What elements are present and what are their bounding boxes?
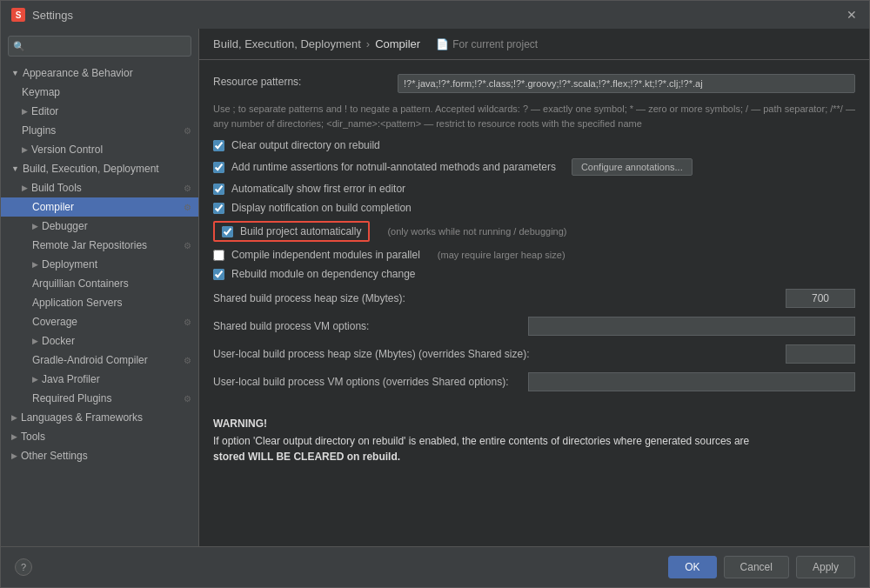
gear-icon: ⚙ [184,241,191,251]
user-vm-row: User-local build process VM options (ove… [213,372,855,391]
chevron-down-icon: ▼ [11,69,19,77]
main-content: 🔍 ▼ Appearance & Behavior Keymap ▶ Edito… [1,29,869,546]
sidebar-item-label: Appearance & Behavior [23,67,133,79]
chevron-right-icon: ▶ [32,337,38,345]
sidebar-item-compiler[interactable]: Compiler ⚙ [1,197,198,217]
display-notification-checkbox[interactable] [213,203,224,214]
chevron-right-icon: ▶ [32,222,38,231]
sidebar-item-label: Version Control [31,144,103,156]
sidebar-item-coverage[interactable]: Coverage ⚙ [1,312,198,331]
sidebar-item-label: Languages & Frameworks [21,411,143,424]
runtime-assertions-row: Add runtime assertions for notnull-annot… [213,158,855,176]
help-button[interactable]: ? [15,558,32,576]
user-heap-input[interactable] [786,344,855,364]
build-auto-label: Build project automatically [240,225,361,237]
sidebar-item-other-settings[interactable]: ▶ Other Settings [1,446,198,465]
resource-input[interactable] [398,74,855,93]
sidebar-item-appearance[interactable]: ▼ Appearance & Behavior [1,63,198,83]
breadcrumb-compiler: Compiler [375,37,420,50]
sidebar-item-label: Coverage [32,316,77,328]
build-auto-note: (only works while not running / debuggin… [387,226,566,237]
sidebar-item-label: Plugins [22,124,56,137]
search-input[interactable] [8,36,191,57]
sidebar-item-debugger[interactable]: ▶ Debugger [1,217,198,236]
user-vm-input[interactable] [528,372,855,391]
chevron-down-icon: ▼ [11,164,19,173]
rebuild-module-label: Rebuild module on dependency change [231,268,416,280]
sidebar-item-label: Gradle-Android Compiler [32,354,148,366]
sidebar-item-arquillian[interactable]: Arquillian Containers [1,274,198,293]
runtime-assertions-checkbox[interactable] [213,162,224,173]
shared-heap-row: Shared build process heap size (Mbytes): [213,289,855,308]
chevron-right-icon: ▶ [22,107,28,116]
sidebar-item-keymap[interactable]: Keymap [1,83,198,102]
shared-heap-label: Shared build process heap size (Mbytes): [213,292,786,304]
chevron-right-icon: ▶ [32,375,38,384]
sidebar-item-docker[interactable]: ▶ Docker [1,331,198,351]
sidebar-item-gradle-android[interactable]: Gradle-Android Compiler ⚙ [1,351,198,370]
sidebar-item-required-plugins[interactable]: Required Plugins ⚙ [1,389,198,408]
breadcrumb-arrow: › [366,37,370,50]
sidebar-item-version-control[interactable]: ▶ Version Control [1,140,198,159]
sidebar-item-tools[interactable]: ▶ Tools [1,427,198,446]
shared-vm-input[interactable] [528,317,855,336]
app-icon: S [11,8,25,22]
chevron-right-icon: ▶ [32,260,38,269]
warning-text1: If option 'Clear output directory on reb… [213,435,749,447]
rebuild-module-checkbox[interactable] [213,269,224,280]
sidebar-item-java-profiler[interactable]: ▶ Java Profiler [1,370,198,389]
sidebar-item-languages[interactable]: ▶ Languages & Frameworks [1,408,198,427]
sidebar-item-remote-jar[interactable]: Remote Jar Repositories ⚙ [1,236,198,255]
sidebar-item-label: Other Settings [21,450,88,462]
show-first-error-checkbox[interactable] [213,184,224,195]
sidebar-item-editor[interactable]: ▶ Editor [1,102,198,121]
sidebar-item-build-tools[interactable]: ▶ Build Tools ⚙ [1,178,198,197]
sidebar-item-label: Build, Execution, Deployment [23,163,159,175]
configure-annotations-button[interactable]: Configure annotations... [572,158,693,176]
clear-output-label: Clear output directory on rebuild [231,139,380,151]
titlebar-left: S Settings [11,8,73,22]
sidebar-item-label: Docker [42,335,75,347]
help-text: Use ; to separate patterns and ! to nega… [213,102,855,130]
clear-output-row: Clear output directory on rebuild [213,139,855,151]
build-auto-checkbox[interactable] [222,226,233,237]
sidebar-item-label: Java Profiler [42,373,100,385]
sidebar-item-label: Build Tools [31,182,82,194]
ok-button[interactable]: OK [668,556,716,578]
build-auto-row: Build project automatically (only works … [213,221,855,242]
gear-icon: ⚙ [184,317,191,327]
search-box: 🔍 [8,36,191,57]
gear-icon: ⚙ [184,126,191,136]
chevron-right-icon: ▶ [11,451,17,460]
sidebar-item-build-exec[interactable]: ▼ Build, Execution, Deployment [1,159,198,178]
parallel-checkbox[interactable] [213,250,224,261]
sidebar-item-label: Debugger [42,220,88,232]
parallel-row: Compile independent modules in parallel … [213,249,855,261]
sidebar: 🔍 ▼ Appearance & Behavior Keymap ▶ Edito… [1,29,199,546]
cancel-button[interactable]: Cancel [724,556,789,578]
clear-output-checkbox[interactable] [213,140,224,151]
content-area: Build, Execution, Deployment › Compiler … [199,29,869,546]
sidebar-item-label: Keymap [22,86,60,98]
sidebar-item-app-servers[interactable]: Application Servers [1,293,198,312]
resource-label: Resource patterns: [213,74,387,88]
chevron-right-icon: ▶ [22,145,28,154]
warning-title: WARNING! [213,418,855,430]
apply-button[interactable]: Apply [796,556,855,578]
warning-text: If option 'Clear output directory on reb… [213,433,855,464]
sidebar-item-deployment[interactable]: ▶ Deployment [1,255,198,274]
chevron-right-icon: ▶ [11,432,17,441]
shared-heap-input[interactable] [786,289,855,308]
project-icon: 📄 [436,38,449,50]
current-project: 📄 For current project [436,38,538,50]
content-header: Build, Execution, Deployment › Compiler … [199,29,869,60]
parallel-label: Compile independent modules in parallel [231,249,420,261]
window-title: Settings [32,9,73,22]
titlebar: S Settings ✕ [1,1,869,29]
close-button[interactable]: ✕ [845,8,859,22]
display-notification-label: Display notification on build completion [231,202,412,214]
sidebar-item-label: Remote Jar Repositories [32,239,147,251]
sidebar-item-label: Editor [31,105,58,117]
resource-control [398,74,855,93]
sidebar-item-plugins[interactable]: Plugins ⚙ [1,121,198,140]
